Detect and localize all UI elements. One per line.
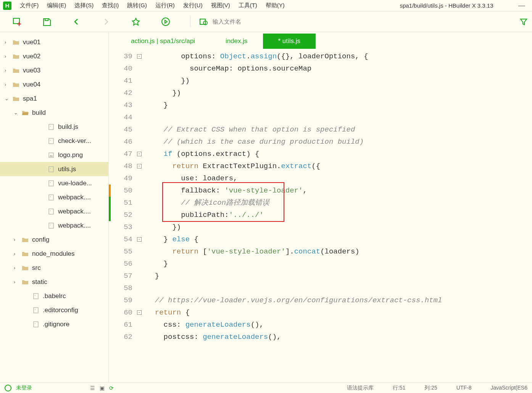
code-line-57[interactable]: } — [146, 270, 532, 282]
code-content[interactable]: options: Object.assign({}, loaderOptions… — [143, 50, 532, 382]
code-line-56[interactable]: } — [146, 258, 532, 270]
new-file-button[interactable] — [11, 16, 22, 27]
run-button[interactable] — [160, 16, 171, 27]
tree-item-build[interactable]: ⌄build — [0, 106, 108, 120]
code-line-59[interactable]: // https://vue-loader.vuejs.org/en/confi… — [146, 294, 532, 306]
code-line-55[interactable]: return ['vue-style-loader'].concat(loade… — [146, 245, 532, 258]
file-explorer[interactable]: ›vue01›vue02›vue03›vue04⌄spa1⌄buildbuild… — [0, 32, 109, 382]
search-input[interactable] — [213, 18, 289, 25]
favorite-button[interactable] — [131, 16, 141, 27]
menu-跳转(G)[interactable]: 跳转(G) — [123, 0, 151, 11]
code-line-61[interactable]: css: generateLoaders(), — [146, 319, 532, 331]
code-line-45[interactable]: // Extract CSS when that option is speci… — [146, 124, 532, 136]
back-button[interactable] — [71, 16, 82, 27]
code-line-50[interactable]: fallback: 'vue-style-loader', — [146, 184, 532, 197]
tree-item-node_modules[interactable]: ›node_modules — [0, 247, 108, 261]
tree-icon — [47, 194, 55, 201]
tree-label: src — [32, 264, 41, 272]
menu-工具(T)[interactable]: 工具(T) — [235, 0, 261, 11]
fold-toggle[interactable]: - — [137, 310, 142, 315]
tree-item-config[interactable]: ›config — [0, 233, 108, 247]
tree-item-static[interactable]: ›static — [0, 275, 108, 289]
tree-icon — [47, 138, 55, 144]
tree-item-webpack....[interactable]: webpack.... — [0, 218, 108, 233]
terminal-icon[interactable]: ▣ — [100, 385, 105, 391]
code-line-43[interactable]: } — [146, 99, 532, 111]
code-line-42[interactable]: }) — [146, 87, 532, 99]
user-icon[interactable] — [5, 385, 11, 391]
code-line-47[interactable]: if (options.extract) { — [146, 148, 532, 160]
tree-item-.babelrc[interactable]: .babelrc — [0, 289, 108, 303]
tree-item-vue04[interactable]: ›vue04 — [0, 77, 108, 91]
tab-index.js[interactable]: index.js — [210, 34, 263, 49]
chevron-icon: › — [14, 237, 20, 242]
play-icon — [161, 17, 170, 26]
code-line-41[interactable]: }) — [146, 75, 532, 87]
language-mode[interactable]: JavaScript(ES6 — [491, 385, 527, 391]
tree-icon — [47, 209, 55, 215]
tree-icon — [32, 307, 40, 313]
tree-item-.editorconfig[interactable]: .editorconfig — [0, 303, 108, 317]
tree-item-webpack....[interactable]: webpack.... — [0, 190, 108, 204]
menu-运行(R)[interactable]: 运行(R) — [152, 0, 179, 11]
menu-编辑(E)[interactable]: 编辑(E) — [43, 0, 70, 11]
menu-帮助(Y)[interactable]: 帮助(Y) — [262, 0, 289, 11]
code-line-51[interactable]: // 解决icon路径加载错误 — [146, 197, 532, 209]
syntax-library[interactable]: 语法提示库 — [347, 385, 374, 391]
tree-item-.gitignore[interactable]: .gitignore — [0, 317, 108, 331]
tree-item-vue-loade...[interactable]: vue-loade... — [0, 176, 108, 190]
code-line-62[interactable]: postcss: generateLoaders(), — [146, 331, 532, 343]
code-line-53[interactable]: }) — [146, 221, 532, 233]
menu-发行(U)[interactable]: 发行(U) — [179, 0, 206, 11]
tree-label: .babelrc — [43, 292, 66, 300]
cursor-col: 列:25 — [424, 385, 437, 391]
svg-rect-20 — [49, 223, 53, 228]
svg-rect-18 — [49, 209, 53, 214]
list-view-icon[interactable]: ☰ — [90, 385, 95, 391]
code-editor[interactable]: 3940414243444546474849505152535455565758… — [109, 50, 532, 382]
fold-toggle[interactable]: - — [137, 237, 142, 242]
svg-point-13 — [50, 168, 51, 169]
fold-toggle[interactable]: - — [137, 152, 142, 156]
code-line-60[interactable]: return { — [146, 306, 532, 319]
tree-item-check-ver...[interactable]: check-ver... — [0, 134, 108, 148]
tree-item-webpack....[interactable]: webpack.... — [0, 204, 108, 218]
tree-item-vue01[interactable]: ›vue01 — [0, 35, 108, 49]
tree-icon — [47, 180, 55, 186]
menu-查找(I)[interactable]: 查找(I) — [98, 0, 123, 11]
tree-label: vue03 — [23, 67, 40, 74]
code-line-54[interactable]: } else { — [146, 233, 532, 245]
tree-item-utils.js[interactable]: utils.js — [0, 162, 108, 176]
minimize-button[interactable]: — — [518, 2, 525, 10]
forward-button[interactable] — [101, 16, 111, 27]
tab-action.js | spa1/src/api[interactable]: action.js | spa1/src/api — [116, 34, 210, 49]
fold-toggle[interactable]: - — [137, 54, 142, 59]
tree-item-src[interactable]: ›src — [0, 261, 108, 275]
code-line-39[interactable]: options: Object.assign({}, loaderOptions… — [146, 50, 532, 63]
code-line-58[interactable] — [146, 282, 532, 294]
tab-* utils.js[interactable]: * utils.js — [263, 34, 316, 49]
code-line-48[interactable]: return ExtractTextPlugin.extract({ — [146, 160, 532, 172]
tree-item-logo.png[interactable]: logo.png — [0, 148, 108, 162]
tree-item-spa1[interactable]: ⌄spa1 — [0, 91, 108, 106]
tree-item-vue02[interactable]: ›vue02 — [0, 49, 108, 63]
code-line-46[interactable]: // (which is the case during production … — [146, 136, 532, 148]
code-line-40[interactable]: sourceMap: options.sourceMap — [146, 63, 532, 75]
menu-选择(S)[interactable]: 选择(S) — [71, 0, 97, 11]
menu-视图(V)[interactable]: 视图(V) — [207, 0, 234, 11]
encoding[interactable]: UTF-8 — [456, 385, 472, 391]
code-line-49[interactable]: use: loaders, — [146, 172, 532, 184]
sync-icon[interactable]: ⟳ — [109, 385, 114, 391]
preview-button[interactable] — [198, 16, 209, 27]
menu-文件(F)[interactable]: 文件(F) — [16, 0, 42, 11]
filter-button[interactable] — [518, 16, 529, 27]
tree-item-vue03[interactable]: ›vue03 — [0, 63, 108, 77]
save-button[interactable] — [41, 16, 52, 27]
fold-toggle[interactable]: - — [137, 164, 142, 168]
login-status[interactable]: 未登录 — [16, 385, 32, 391]
code-line-52[interactable]: publicPath:'../../' — [146, 209, 532, 221]
code-line-44[interactable] — [146, 111, 532, 124]
chevron-icon: › — [14, 279, 20, 285]
tree-item-build.js[interactable]: build.js — [0, 120, 108, 134]
chevron-icon: › — [14, 251, 20, 257]
